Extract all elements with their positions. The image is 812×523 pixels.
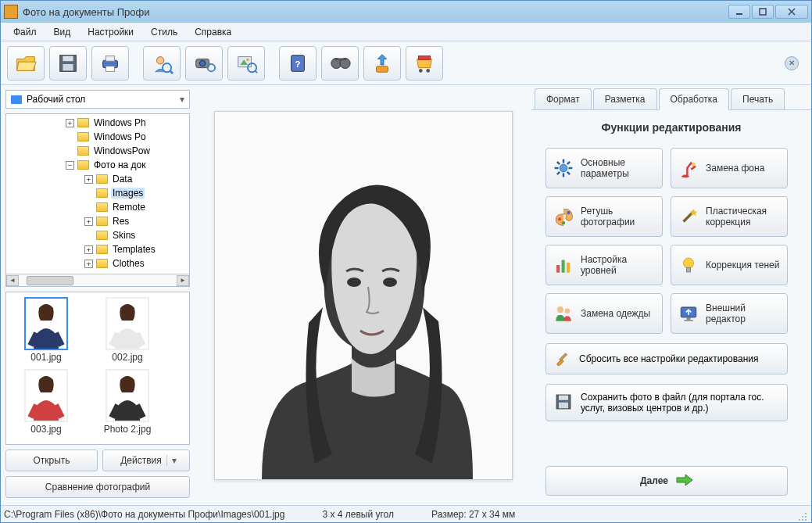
menu-настройки[interactable]: Настройки [80,24,141,40]
tree-item[interactable]: +Clothes [6,256,189,270]
statusbar: C:\Program Files (x86)\Фото на документы… [1,505,811,522]
tree-item[interactable]: Skins [6,228,189,242]
expand-icon[interactable]: + [84,217,93,226]
levels-button[interactable]: Настройка уровней [546,245,663,285]
svg-point-54 [567,211,570,214]
wand-icon [678,206,699,227]
tree-item-label: Windows Po [92,131,148,142]
expand-icon[interactable]: + [66,119,74,127]
svg-point-10 [156,56,163,63]
menu-стиль[interactable]: Стиль [143,24,185,40]
tab-1[interactable]: Разметка [593,88,657,109]
tree-item[interactable]: Remote [6,200,189,214]
replace-bg-button[interactable]: Замена фона [671,148,788,188]
status-size: Размер: 27 x 34 мм [431,509,534,520]
tab-3[interactable]: Печать [731,88,785,109]
menu-файл[interactable]: Файл [5,24,45,40]
plastic-button[interactable]: Пластическая коррекция [671,196,788,237]
maximize-button[interactable] [752,5,774,19]
scroll-thumb[interactable] [27,276,73,285]
panel-title: Функции редактирования [546,118,797,138]
thumbnail[interactable]: Photo 2.jpg [92,369,163,435]
svg-point-41 [560,164,567,172]
edit-button-label: Основные параметры [581,157,656,179]
open-button[interactable]: Открыть [5,450,98,471]
menu-вид[interactable]: Вид [46,24,79,40]
folder-combo-label: Рабочий стол [27,94,85,105]
thumbnail-label: 002.jpg [112,352,142,363]
folder-icon [96,188,108,198]
resize-grip[interactable] [797,511,808,522]
save-to-file-button[interactable]: Сохранить фото в файл (для портала гос. … [546,384,788,421]
compare-button[interactable]: Сравнение фотографий [5,476,190,498]
open-file-button[interactable] [7,46,45,81]
scroll-left-button[interactable]: ◄ [6,275,19,286]
retouch-button[interactable]: Ретушь фотографии [546,196,663,237]
svg-rect-9 [106,66,114,71]
chevron-down-icon: ▾ [166,455,177,466]
photo-editor-button[interactable] [227,46,265,81]
external-button[interactable]: Внешний редактор [671,293,788,334]
tree-item[interactable]: WindowsPow [6,144,189,158]
folder-icon [96,217,108,226]
actions-button[interactable]: Действия ▾ [102,450,190,471]
left-panel: Рабочий стол ▾ +Windows PhWindows PoWind… [1,85,195,505]
tree-item[interactable]: Windows Po [6,130,189,144]
webcam-button[interactable] [185,46,223,81]
expand-icon[interactable]: + [84,245,93,254]
update-button[interactable] [363,46,401,81]
scroll-right-button[interactable]: ► [177,275,189,286]
svg-point-39 [347,278,361,287]
menu-справка[interactable]: Справка [187,24,239,40]
expand-icon[interactable]: + [84,260,93,268]
tab-0[interactable]: Формат [535,88,592,109]
window-title: Фото на документы Профи [23,6,727,18]
tree-item[interactable]: Images [6,186,189,200]
tree-item[interactable]: +Windows Ph [6,116,189,130]
reset-button[interactable]: Сбросить все настройки редактирования [546,343,788,374]
monitor-icon [678,303,699,324]
thumbnail-image [106,369,149,422]
photo-preview[interactable] [214,111,513,480]
svg-point-74 [799,519,800,521]
expand-icon[interactable]: + [84,175,93,184]
svg-point-72 [802,516,803,518]
tree-scrollbar[interactable]: ◄ ► [6,274,189,286]
auto-face-button[interactable] [143,46,181,81]
thumbnail[interactable]: 002.jpg [92,297,163,363]
collapse-toolbar-button[interactable]: ✕ [785,56,799,70]
folder-icon [96,231,108,240]
svg-rect-65 [687,317,691,320]
tree-item[interactable]: +Templates [6,242,189,256]
tree-item[interactable]: −Фото на док [6,158,189,172]
thumbnail[interactable]: 003.jpg [11,369,81,435]
edit-functions-grid: Основные параметрыЗамена фонаРетушь фото… [546,148,797,334]
save-button[interactable] [49,46,87,81]
svg-line-20 [255,70,257,73]
order-button[interactable] [406,46,443,81]
shadow-button[interactable]: Коррекция теней [671,245,788,285]
help-button[interactable]: ? [279,46,317,81]
clothes-button[interactable]: Замена одежды [546,293,663,334]
minimize-button[interactable] [728,5,750,19]
svg-point-71 [805,513,807,514]
print-button[interactable] [91,46,129,81]
thumbnail[interactable]: 001.jpg [11,297,81,363]
tree-item[interactable]: +Res [6,214,189,228]
video-tutorial-button[interactable] [321,46,359,81]
tree-item[interactable]: +Data [6,172,189,186]
collapse-icon[interactable]: − [66,161,74,170]
next-button[interactable]: Далее [546,466,788,496]
svg-point-14 [199,60,206,66]
svg-rect-58 [562,260,565,273]
app-window: Фото на документы Профи ФайлВидНастройки… [0,0,812,523]
tab-2[interactable]: Обработка [659,88,730,110]
svg-rect-70 [559,402,568,408]
close-button[interactable] [775,5,808,19]
basic-params-button[interactable]: Основные параметры [546,148,663,188]
lamp-icon [678,157,699,179]
bulb-icon [678,254,699,276]
right-panel: ФорматРазметкаОбработкаПечать Функции ре… [531,85,811,505]
svg-line-47 [567,172,570,174]
folder-combo[interactable]: Рабочий стол ▾ [5,90,190,109]
